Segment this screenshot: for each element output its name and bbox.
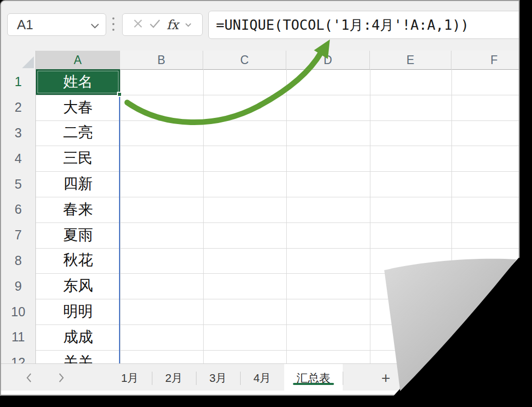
- sheet-tab-label: 1月: [121, 371, 139, 386]
- formula-toolbar: A1: [1, 1, 519, 51]
- cell-A6[interactable]: 春来: [36, 197, 120, 222]
- row-header-9[interactable]: 9: [1, 273, 36, 299]
- screenshot-stage: A1: [0, 0, 532, 407]
- row-header-4[interactable]: 4: [1, 146, 36, 171]
- enter-check-icon[interactable]: [149, 19, 161, 30]
- sheet-tab-3月[interactable]: 3月: [196, 364, 240, 392]
- chevron-down-icon[interactable]: [90, 22, 100, 31]
- add-sheet-button[interactable]: +: [374, 364, 398, 392]
- sheet-tab-label: 3月: [209, 371, 227, 386]
- sheet-tab-4月[interactable]: 4月: [240, 364, 284, 392]
- row-header-6[interactable]: 6: [1, 197, 36, 222]
- cancel-icon[interactable]: [133, 18, 143, 31]
- column-header-A[interactable]: A: [36, 51, 120, 69]
- row-header-10[interactable]: 10: [1, 299, 36, 324]
- cell-A2[interactable]: 大春: [36, 95, 120, 120]
- row-header-12[interactable]: 12: [1, 350, 36, 363]
- fill-handle[interactable]: [117, 92, 122, 97]
- sheet-tab-bar: + 1月2月3月4月汇总表: [1, 363, 520, 392]
- chevron-down-icon[interactable]: [185, 20, 192, 29]
- page-bottom-margin: [1, 391, 520, 396]
- name-box-value: A1: [17, 14, 33, 35]
- cell-A11[interactable]: 成成: [36, 324, 120, 350]
- sheet-nav-left-icon[interactable]: [22, 370, 37, 385]
- gridline-vertical: [451, 69, 452, 363]
- column-header-D[interactable]: D: [286, 51, 370, 69]
- excel-window: A1: [0, 0, 520, 396]
- cell-A10[interactable]: 明明: [36, 299, 120, 324]
- column-header-F[interactable]: F: [451, 51, 520, 69]
- toolbar-separator-dots-icon: [112, 17, 114, 33]
- sheet-tab-label: 2月: [165, 371, 183, 386]
- cell-A8[interactable]: 秋花: [36, 248, 120, 274]
- name-box[interactable]: A1: [7, 13, 106, 36]
- spill-range-border: [119, 97, 120, 363]
- cell-A5[interactable]: 四新: [36, 171, 120, 197]
- gridline-vertical: [203, 69, 204, 363]
- cell-A4[interactable]: 三民: [36, 146, 120, 171]
- gridline-vertical: [286, 69, 287, 363]
- formula-text: =UNIQUE(TOCOL('1月:4月'!A:A,1)): [216, 11, 469, 38]
- sheet-tab-label: 4月: [253, 371, 271, 386]
- spreadsheet-grid: ABCDEF12大春3二亮4三民5四新6春来7夏雨8秋花9东风10明明11成成1…: [1, 51, 520, 363]
- row-header-3[interactable]: 3: [1, 120, 36, 146]
- row-header-11[interactable]: 11: [1, 324, 36, 350]
- row-header-1[interactable]: 1: [1, 69, 36, 95]
- cell-A12[interactable]: 关关: [36, 350, 120, 363]
- row-header-8[interactable]: 8: [1, 248, 36, 274]
- cell-A3[interactable]: 二亮: [36, 120, 120, 146]
- column-header-E[interactable]: E: [370, 51, 451, 69]
- row-header-7[interactable]: 7: [1, 222, 36, 248]
- sheet-nav-right-icon[interactable]: [53, 370, 69, 385]
- column-header-C[interactable]: C: [203, 51, 286, 69]
- column-header-B[interactable]: B: [120, 51, 203, 69]
- active-cell-A1[interactable]: 姓名: [36, 69, 120, 95]
- row-header-2[interactable]: 2: [1, 95, 36, 120]
- cell-A9[interactable]: 东风: [36, 273, 120, 299]
- select-all-button[interactable]: [1, 51, 36, 69]
- insert-function-fx-icon[interactable]: fx: [167, 18, 179, 31]
- select-all-triangle-icon: [22, 56, 34, 68]
- gridline-vertical: [370, 69, 370, 363]
- sheet-tab-汇总表[interactable]: 汇总表: [284, 364, 343, 392]
- tab-separator: [343, 372, 343, 385]
- sheet-tab-1月[interactable]: 1月: [108, 364, 152, 392]
- gridline-vertical: [120, 69, 121, 363]
- formula-buttons-box: fx: [122, 13, 203, 36]
- formula-bar[interactable]: =UNIQUE(TOCOL('1月:4月'!A:A,1)): [208, 11, 520, 39]
- sheet-tab-2月[interactable]: 2月: [152, 364, 196, 392]
- cell-A7[interactable]: 夏雨: [36, 222, 120, 248]
- active-tab-underline: [293, 383, 334, 385]
- row-header-5[interactable]: 5: [1, 171, 36, 197]
